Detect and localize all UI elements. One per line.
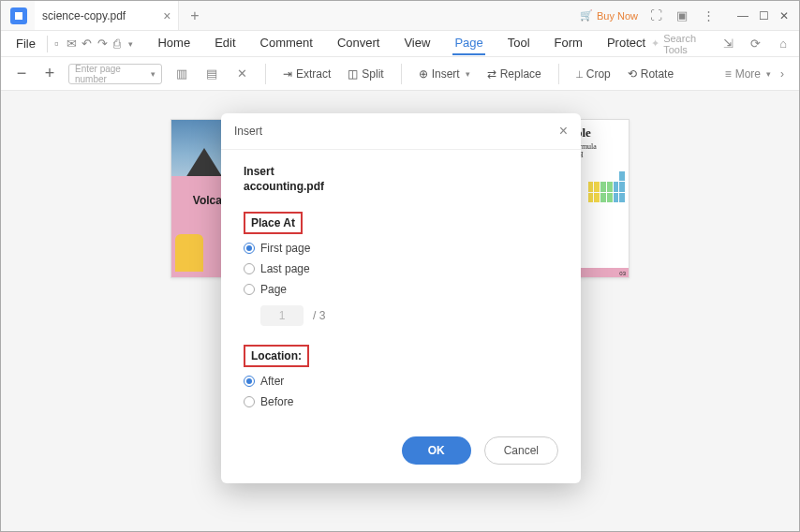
- radio-icon[interactable]: [244, 243, 255, 254]
- replace-label: Replace: [500, 67, 541, 81]
- file-menu[interactable]: File: [8, 37, 43, 51]
- split-icon: ◫: [348, 67, 358, 81]
- separator: [265, 64, 266, 84]
- search-tools[interactable]: ✦ Search Tools: [651, 33, 708, 55]
- menu-view[interactable]: View: [402, 32, 432, 55]
- extract-button[interactable]: ⇥Extract: [279, 66, 334, 82]
- print-icon[interactable]: ⎙: [111, 37, 123, 51]
- extract-icon: ⇥: [283, 67, 292, 81]
- zoom-out-button[interactable]: −: [12, 64, 31, 83]
- page-input-caret-icon: ▾: [151, 69, 156, 79]
- print-caret-icon[interactable]: ▾: [128, 39, 133, 49]
- radio-last-page[interactable]: Last page: [244, 262, 558, 275]
- menu-comment[interactable]: Comment: [259, 32, 315, 55]
- insert-caret-icon[interactable]: ▾: [466, 69, 470, 79]
- replace-icon: ⇄: [487, 67, 496, 81]
- radio-label: After: [260, 375, 284, 388]
- menu-edit[interactable]: Edit: [213, 32, 237, 55]
- notification-icon[interactable]: ▣: [674, 8, 690, 22]
- redo-icon[interactable]: ↷: [96, 37, 108, 51]
- insert-dialog: Insert × Insert accounting.pdf Place At …: [221, 113, 581, 483]
- menu-page[interactable]: Page: [452, 32, 484, 55]
- menu-home[interactable]: Home: [156, 32, 192, 55]
- menubar: File ▫ ✉ ↶ ↷ ⎙ ▾ Home Edit Comment Conve…: [1, 31, 799, 57]
- page-number-field[interactable]: [260, 305, 304, 326]
- zoom-in-button[interactable]: +: [40, 64, 59, 83]
- cancel-button[interactable]: Cancel: [484, 436, 558, 465]
- radio-first-page[interactable]: First page: [244, 242, 558, 255]
- svg-rect-0: [15, 12, 22, 20]
- cloud-icon[interactable]: ⟳: [748, 37, 764, 51]
- delete-page-icon[interactable]: ✕: [231, 66, 252, 81]
- menu-tool[interactable]: Tool: [506, 32, 532, 55]
- page-total-label: / 3: [313, 309, 325, 322]
- split-label: Split: [362, 67, 383, 81]
- crop-label: Crop: [586, 67, 611, 81]
- radio-after[interactable]: After: [244, 375, 558, 388]
- page-toolbar: − + Enter page number ▾ ▥ ▤ ✕ ⇥Extract ◫…: [1, 57, 799, 91]
- separator: [47, 36, 48, 52]
- insert-label: Insert: [432, 67, 460, 81]
- insert-filename: accounting.pdf: [244, 180, 558, 193]
- menu-convert[interactable]: Convert: [335, 32, 382, 55]
- radio-icon[interactable]: [244, 263, 255, 274]
- more-icon: ≡: [725, 67, 732, 81]
- radio-label: Page: [260, 283, 287, 296]
- radio-icon[interactable]: [244, 396, 255, 407]
- kebab-menu-icon[interactable]: ⋮: [700, 8, 717, 22]
- buy-now-label: Buy Now: [597, 10, 638, 22]
- overflow-arrow-icon[interactable]: ›: [780, 67, 784, 81]
- dialog-close-button[interactable]: ×: [559, 123, 568, 140]
- layout-icon-1[interactable]: ▥: [171, 66, 192, 81]
- radio-label: First page: [260, 242, 310, 255]
- cart-icon: 🛒: [580, 9, 593, 22]
- separator: [558, 64, 559, 84]
- insert-button[interactable]: ⊕Insert▾: [415, 66, 474, 82]
- titlebar: science-copy.pdf × + 🛒 Buy Now ⛶ ▣ ⋮ — ☐…: [1, 1, 799, 31]
- tab-title: science-copy.pdf: [42, 9, 126, 22]
- document-tab[interactable]: science-copy.pdf ×: [35, 1, 179, 30]
- location-label: Location:: [244, 345, 309, 367]
- more-button[interactable]: ≡More▾›: [721, 66, 788, 82]
- share-icon[interactable]: ⇲: [719, 37, 736, 51]
- more-label: More: [735, 67, 761, 81]
- menu-protect[interactable]: Protect: [605, 32, 647, 55]
- page-input-placeholder: Enter page number: [75, 64, 149, 84]
- separator: [401, 64, 402, 84]
- rotate-label: Rotate: [641, 67, 674, 81]
- layout-icon-2[interactable]: ▤: [201, 66, 222, 81]
- split-button[interactable]: ◫Split: [344, 66, 387, 82]
- insert-icon: ⊕: [419, 67, 428, 81]
- undo-icon[interactable]: ↶: [81, 37, 93, 51]
- radio-label: Before: [260, 395, 293, 408]
- save-icon[interactable]: ▫: [52, 37, 63, 51]
- maximize-button[interactable]: ☐: [754, 7, 773, 25]
- home-icon[interactable]: ⌂: [775, 37, 792, 51]
- insert-label: Insert: [244, 165, 558, 178]
- close-window-button[interactable]: ✕: [775, 7, 793, 25]
- radio-before[interactable]: Before: [244, 395, 558, 408]
- thumb3-pagenum: 03: [619, 271, 626, 276]
- ok-button[interactable]: OK: [402, 436, 471, 465]
- buy-now-link[interactable]: 🛒 Buy Now: [580, 9, 638, 22]
- radio-icon[interactable]: [244, 284, 255, 295]
- crop-button[interactable]: ⟂Crop: [572, 66, 615, 82]
- tab-close-icon[interactable]: ×: [163, 8, 170, 23]
- rotate-button[interactable]: ⟲Rotate: [624, 66, 677, 82]
- minimize-button[interactable]: —: [733, 7, 752, 25]
- radio-icon[interactable]: [244, 376, 255, 387]
- mail-icon[interactable]: ✉: [67, 37, 78, 51]
- replace-button[interactable]: ⇄Replace: [483, 66, 545, 82]
- new-tab-button[interactable]: +: [190, 7, 199, 24]
- search-placeholder: Search Tools: [663, 33, 708, 55]
- menu-tabs: Home Edit Comment Convert View Page Tool…: [156, 32, 647, 55]
- menu-form[interactable]: Form: [553, 32, 585, 55]
- more-caret-icon[interactable]: ▾: [766, 69, 771, 79]
- rotate-icon: ⟲: [628, 67, 637, 81]
- app-icon: [10, 7, 27, 24]
- dialog-title: Insert: [234, 125, 262, 138]
- page-number-input[interactable]: Enter page number ▾: [68, 64, 162, 84]
- radio-page[interactable]: Page: [244, 283, 558, 296]
- place-at-label: Place At: [244, 212, 303, 234]
- gift-icon[interactable]: ⛶: [647, 8, 664, 22]
